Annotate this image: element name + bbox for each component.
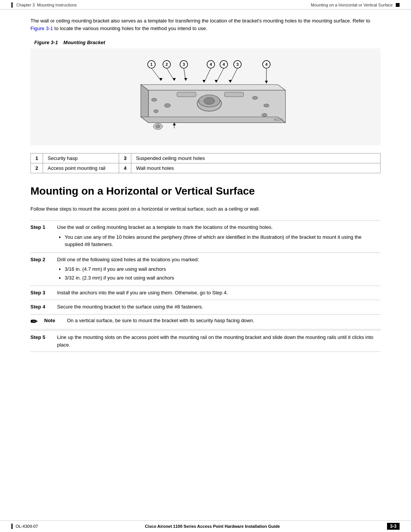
ref-num-3: 3: [119, 153, 131, 163]
step-3-label: Step 3: [30, 289, 57, 297]
svg-point-39: [262, 113, 267, 117]
step-1-bullets: You can use any of the 10 holes around t…: [65, 233, 381, 248]
figure-title-num: Figure 3-1: [34, 40, 58, 45]
header-chapter-text: Mounting Instructions: [37, 3, 77, 7]
header-bar-line: [11, 2, 13, 8]
svg-text:4: 4: [223, 62, 225, 67]
table-row: 1 Security hasp 3 Suspended ceiling moun…: [31, 153, 381, 163]
step-5-row: Step 5 Line up the mounting slots on the…: [30, 330, 381, 352]
svg-marker-31: [141, 117, 285, 123]
svg-text:3: 3: [183, 62, 185, 67]
step-2-content: Drill one of the following sized holes a…: [57, 256, 381, 283]
footer-doc-num: OL-4309-07: [16, 524, 38, 529]
svg-marker-26: [229, 80, 232, 83]
step-4-content: Secure the mounting bracket to the surfa…: [57, 303, 381, 311]
ref-num-1: 1: [31, 153, 43, 163]
step-5-text: Line up the mounting slots on the access…: [57, 334, 373, 348]
svg-marker-22: [173, 78, 176, 81]
svg-marker-24: [202, 80, 206, 83]
svg-line-14: [151, 68, 161, 81]
svg-line-15: [167, 68, 174, 81]
step-2-row: Step 2 Drill one of the following sized …: [30, 252, 381, 286]
step-1-label: Step 1: [30, 224, 57, 249]
svg-point-36: [154, 110, 158, 113]
table-row: 2 Access point mounting rail 4 Wall moun…: [31, 163, 381, 173]
ref-num-2: 2: [31, 163, 43, 173]
svg-text:1: 1: [150, 62, 153, 67]
svg-point-38: [264, 104, 269, 107]
svg-marker-23: [184, 78, 187, 81]
ref-num-4: 4: [119, 163, 131, 173]
note-row: ✏ Note On a vertical surface, be sure to…: [30, 314, 381, 329]
step-5-content: Line up the mounting slots on the access…: [57, 334, 381, 348]
svg-text:3: 3: [236, 62, 239, 67]
footer-center: Cisco Aironet 1100 Series Access Point H…: [145, 524, 280, 529]
svg-rect-41: [177, 92, 196, 97]
figure-title-suffix: Mounting Bracket: [64, 40, 105, 45]
list-item: You can use any of the 10 holes around t…: [65, 233, 381, 248]
step-3-row: Step 3 Install the anchors into the wall…: [30, 286, 381, 300]
ref-label-2: Access point mounting rail: [43, 163, 119, 173]
header-right: Mounting on a Horizontal or Vertical Sur…: [311, 3, 400, 7]
ref-label-3: Suspended ceiling mount holes: [131, 153, 381, 163]
main-content: The wall or ceiling mounting bracket als…: [0, 10, 411, 367]
step-4-label: Step 4: [30, 303, 57, 311]
step-2-label: Step 2: [30, 256, 57, 283]
figure-link[interactable]: Figure 3-1: [30, 26, 53, 31]
follow-paragraph: Follow these steps to mount the access p…: [30, 205, 381, 213]
note-text: On a vertical surface, be sure to mount …: [67, 318, 381, 323]
header-left: Chapter 3 Mounting Instructions: [11, 2, 77, 8]
section-heading: Mounting on a Horizontal or Vertical Sur…: [30, 185, 381, 199]
svg-point-44: [156, 125, 160, 128]
svg-marker-28: [141, 85, 285, 90]
svg-rect-42: [225, 92, 244, 97]
page-number: 3-3: [387, 523, 400, 530]
note-pencil-icon: ✏: [30, 318, 42, 326]
svg-text:2: 2: [166, 62, 168, 67]
header-section-text: Mounting on a Horizontal or Vertical Sur…: [311, 3, 393, 7]
footer-title: Cisco Aironet 1100 Series Access Point H…: [145, 524, 280, 529]
step-5-label: Step 5: [30, 334, 57, 348]
step-3-content: Install the anchors into the wall if you…: [57, 289, 381, 297]
step-2-text: Drill one of the following sized holes a…: [57, 257, 199, 262]
steps-container: Step 1 Use the wall or ceiling mounting …: [30, 220, 381, 352]
intro-paragraph: The wall or ceiling mounting bracket als…: [30, 17, 381, 32]
step-1-text: Use the wall or ceiling mounting bracket…: [57, 224, 273, 230]
step-4-row: Step 4 Secure the mounting bracket to th…: [30, 300, 381, 314]
footer-left: OL-4309-07: [11, 524, 38, 529]
svg-text:4: 4: [265, 62, 268, 67]
svg-point-40: [151, 98, 157, 101]
svg-text:81171: 81171: [274, 118, 284, 121]
svg-point-35: [164, 104, 170, 107]
list-item: 3/16 in. (4.7 mm) if you are using wall …: [65, 265, 381, 273]
page-header: Chapter 3 Mounting Instructions Mounting…: [0, 0, 411, 10]
svg-point-34: [204, 97, 215, 104]
header-chapter-label: Chapter 3: [16, 3, 35, 7]
step-1-row: Step 1 Use the wall or ceiling mounting …: [30, 220, 381, 252]
svg-text:4: 4: [210, 62, 212, 67]
figure-image: 1 2 3 4 4 3 4: [30, 48, 381, 145]
step-3-text: Install the anchors into the wall if you…: [57, 290, 228, 296]
svg-point-37: [252, 96, 258, 99]
figure-title: Figure 3-1 Mounting Bracket: [30, 40, 381, 45]
step-1-content: Use the wall or ceiling mounting bracket…: [57, 224, 381, 249]
header-black-box: [396, 3, 400, 7]
footer-line: [11, 524, 13, 529]
step-2-bullets: 3/16 in. (4.7 mm) if you are using wall …: [65, 265, 381, 281]
bracket-svg: 1 2 3 4 4 3 4: [118, 56, 293, 138]
ref-table: 1 Security hasp 3 Suspended ceiling moun…: [30, 153, 381, 173]
svg-marker-46: [173, 123, 176, 125]
figure-container: Figure 3-1 Mounting Bracket 1 2 3 4: [30, 40, 381, 145]
svg-marker-25: [215, 80, 218, 83]
ref-label-4: Wall mount holes: [131, 163, 381, 173]
ref-label-1: Security hasp: [43, 153, 119, 163]
note-label: Note: [44, 318, 63, 323]
step-4-text: Secure the mounting bracket to the surfa…: [57, 304, 203, 310]
svg-marker-27: [265, 81, 268, 83]
footer-right: 3-3: [387, 523, 400, 530]
list-item: 3/32 in. (2.3 mm) if you are not using w…: [65, 274, 381, 282]
page-footer: OL-4309-07 Cisco Aironet 1100 Series Acc…: [0, 520, 411, 532]
